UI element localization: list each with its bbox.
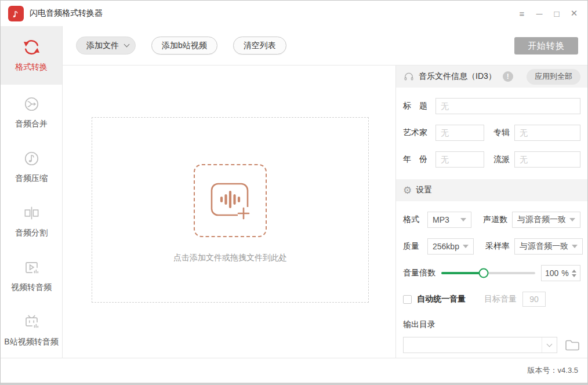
split-icon <box>22 204 41 223</box>
add-file-button[interactable]: 添加文件 <box>76 37 136 55</box>
window-title: 闪电音频格式转换器 <box>30 8 103 19</box>
toolbar: 添加文件 添加b站视频 清空列表 开始转换 <box>63 26 587 66</box>
menu-icon[interactable]: ≡ <box>513 5 531 22</box>
dropzone-square[interactable] <box>194 164 267 237</box>
dropzone[interactable]: 点击添加文件或拖拽文件到此处 <box>92 117 369 303</box>
year-field[interactable] <box>435 151 484 168</box>
format-value: MP3 <box>433 215 457 224</box>
sidebar-item-audio-merge[interactable]: 音频合并 <box>1 85 62 139</box>
volume-slider[interactable] <box>441 272 535 274</box>
id3-header: 音乐文件信息（ID3） ! 应用到全部 <box>396 66 587 88</box>
music-note-icon <box>11 9 21 19</box>
output-dir-label: 输出目录 <box>403 319 435 330</box>
minimize-icon[interactable]: ─ <box>531 5 548 22</box>
samplerate-select[interactable]: 与源音频一致 <box>514 238 583 255</box>
artist-label: 艺术家 <box>403 128 431 138</box>
dropdown-arrow-icon <box>569 218 575 221</box>
spin-down-icon[interactable] <box>572 274 576 277</box>
auto-volume-checkbox[interactable] <box>403 295 412 304</box>
album-label: 专辑 <box>493 128 510 138</box>
add-file-label: 添加文件 <box>86 41 119 51</box>
add-audio-icon <box>209 181 252 220</box>
channels-value: 与源音频一致 <box>517 215 566 225</box>
sidebar: 格式转换 音频合并 音频压缩 <box>1 26 63 358</box>
sidebar-item-label: 格式转换 <box>12 61 50 73</box>
maximize-icon[interactable]: □ <box>548 5 565 22</box>
quality-label: 质量 <box>403 241 423 252</box>
settings-header: ⚙ 设置 <box>396 179 587 201</box>
channels-label: 声道数 <box>483 215 507 225</box>
output-dir-combobox[interactable] <box>403 337 557 353</box>
right-panel: 音乐文件信息（ID3） ! 应用到全部 标 题 艺术家 专辑 <box>395 66 587 358</box>
app-window: 闪电音频格式转换器 ≡ ─ □ ✕ 格式转换 <box>0 0 588 385</box>
file-list-area: 点击添加文件或拖拽文件到此处 <box>63 66 395 358</box>
volume-spinner[interactable]: 100 % <box>541 265 580 281</box>
main-column: 添加文件 添加b站视频 清空列表 开始转换 <box>63 26 587 358</box>
chevron-down-icon[interactable] <box>124 42 130 48</box>
genre-label: 流派 <box>493 154 510 165</box>
chevron-down-icon <box>547 342 553 347</box>
clear-list-button[interactable]: 清空列表 <box>233 37 286 55</box>
bilibili-icon <box>22 313 41 332</box>
settings-header-title: 设置 <box>416 185 432 195</box>
close-icon[interactable]: ✕ <box>565 5 583 22</box>
format-channels-row: 格式 MP3 声道数 与源音频一致 <box>403 212 580 228</box>
dropzone-hint: 点击添加文件或拖拽文件到此处 <box>173 253 287 263</box>
sidebar-item-audio-compress[interactable]: 音频压缩 <box>1 139 62 194</box>
gear-icon: ⚙ <box>403 186 412 195</box>
sidebar-item-label: 视频转音频 <box>8 282 55 293</box>
dropdown-arrow-icon <box>463 245 469 248</box>
target-volume-label: 目标音量 <box>484 294 517 304</box>
combo-dropdown-button[interactable] <box>542 337 557 353</box>
sidebar-item-label: B站视频转音频 <box>1 336 61 348</box>
samplerate-value: 与源音频一致 <box>520 241 568 252</box>
volume-row: 音量倍数 100 % <box>403 265 580 281</box>
auto-volume-label: 自动统一音量 <box>417 294 466 304</box>
apply-to-all-button[interactable]: 应用到全部 <box>527 69 580 85</box>
auto-volume-row: 自动统一音量 目标音量 <box>403 292 580 307</box>
samplerate-label: 采样率 <box>485 241 510 252</box>
add-bilibili-button[interactable]: 添加b站视频 <box>151 37 217 55</box>
quality-samplerate-row: 质量 256kbps 采样率 与源音频一致 <box>403 238 580 255</box>
title-label: 标 题 <box>403 101 431 111</box>
volume-value: 100 <box>545 268 558 278</box>
browse-folder-button[interactable] <box>564 338 580 352</box>
title-field[interactable] <box>435 98 580 114</box>
sidebar-item-label: 音频合并 <box>12 118 50 130</box>
folder-icon <box>564 338 580 352</box>
sidebar-item-bilibili-to-audio[interactable]: B站视频转音频 <box>1 303 62 357</box>
artist-field[interactable] <box>435 125 484 141</box>
year-label: 年 份 <box>403 154 431 165</box>
sidebar-item-format-convert[interactable]: 格式转换 <box>1 26 62 85</box>
volume-slider-fill <box>441 272 484 274</box>
status-bar: 版本号：v4.3.5 <box>1 358 587 383</box>
format-select[interactable]: MP3 <box>427 212 471 228</box>
convert-icon <box>22 38 41 57</box>
quality-select[interactable]: 256kbps <box>427 238 474 255</box>
spin-up-icon[interactable] <box>572 270 576 273</box>
info-icon[interactable]: ! <box>503 71 513 82</box>
clear-list-label: 清空列表 <box>244 41 276 51</box>
target-volume-field[interactable] <box>522 292 546 307</box>
volume-slider-thumb[interactable] <box>478 268 488 278</box>
output-dir-input[interactable] <box>404 337 542 353</box>
channels-select[interactable]: 与源音频一致 <box>512 212 580 228</box>
dropdown-arrow-icon <box>460 218 466 221</box>
add-bilibili-label: 添加b站视频 <box>162 41 207 51</box>
output-dir-label-row: 输出目录 <box>403 319 580 330</box>
album-field[interactable] <box>514 125 580 141</box>
compress-icon <box>22 149 41 168</box>
genre-field[interactable] <box>514 151 580 168</box>
format-label: 格式 <box>403 215 423 225</box>
headphones-icon <box>403 71 415 82</box>
spinner-arrows-icon[interactable] <box>572 270 576 277</box>
main-region: 格式转换 音频合并 音频压缩 <box>1 26 587 358</box>
sidebar-item-audio-split[interactable]: 音频分割 <box>1 194 62 248</box>
artist-album-row: 艺术家 专辑 <box>403 125 580 141</box>
merge-icon <box>22 95 41 114</box>
dropdown-arrow-icon <box>572 245 578 248</box>
sidebar-item-video-to-audio[interactable]: 视频转音频 <box>1 248 62 303</box>
start-convert-button[interactable]: 开始转换 <box>514 37 578 55</box>
year-genre-row: 年 份 流派 <box>403 151 580 168</box>
video-to-audio-icon <box>22 258 41 277</box>
